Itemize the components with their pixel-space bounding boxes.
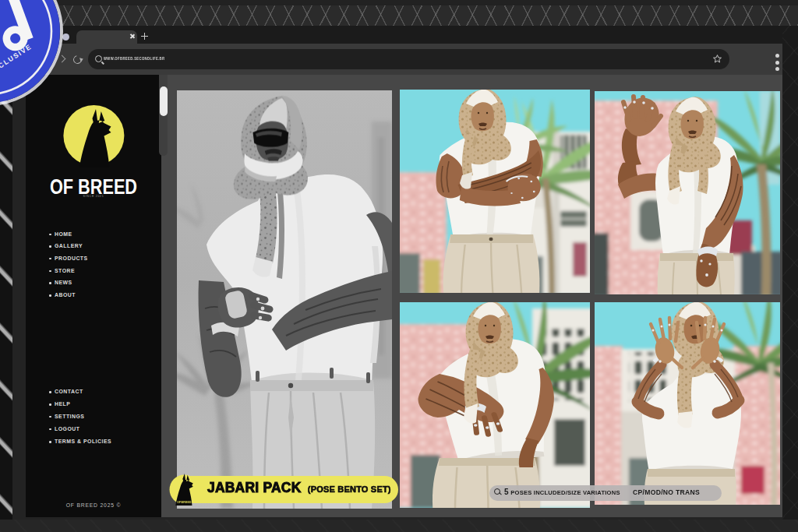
svg-text:OFBREED: OFBREED	[177, 501, 192, 504]
svg-text:SINCE 2021: SINCE 2021	[83, 195, 104, 198]
